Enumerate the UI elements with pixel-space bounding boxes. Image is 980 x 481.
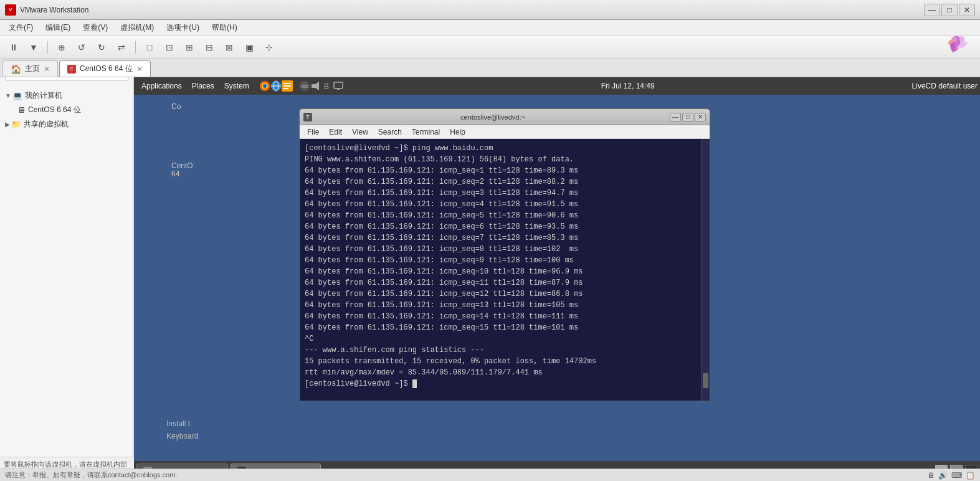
terminal-menu-file[interactable]: File [302, 126, 324, 138]
snapshot-button[interactable]: ↺ [73, 39, 90, 55]
toolbar-separator-1 [47, 41, 48, 54]
terminal-minimize-button[interactable]: — [670, 113, 681, 121]
vmware-icon: V [5, 4, 16, 16]
sidebar-tree: ▼ 💻 我的计算机 🖥 CentOS 6 64 位 ▶ 📁 共享的虚拟机 [0, 86, 133, 134]
view-console[interactable]: ▣ [240, 39, 258, 55]
svg-point-8 [263, 84, 267, 88]
expand-arrow-icon: ▼ [5, 92, 11, 99]
bluetooth-icon[interactable]: B [321, 80, 333, 92]
terminal-menu-view[interactable]: View [347, 126, 373, 138]
terminal-menu-terminal[interactable]: Terminal [407, 126, 445, 138]
gnome-places-menu[interactable]: Places [187, 80, 219, 92]
statusbar-text: 请注意：举报。如有章疑，请联系contact@cnblogs.com. [5, 470, 177, 480]
svg-point-16 [300, 81, 310, 91]
vmware-title: VMware Workstation [20, 6, 924, 14]
svg-text:B: B [324, 82, 329, 91]
scroll-thumb [703, 373, 708, 388]
send-ctrl-alt-del[interactable]: ⊕ [53, 39, 70, 55]
menu-file[interactable]: 文件(F) [2, 21, 39, 35]
terminal-content[interactable]: [centoslive@livedvd ~]$ ping www.baidu.c… [300, 139, 701, 401]
toolbar-separator-2 [135, 41, 136, 54]
maximize-button[interactable]: □ [941, 4, 958, 16]
firefox-icon[interactable] [259, 80, 270, 92]
terminal-scrollbar[interactable] [701, 139, 710, 401]
terminal-titlebar: T centoslive@livedvd:~ — □ ✕ [300, 109, 710, 125]
tab-home-close[interactable]: ✕ [44, 65, 50, 74]
gnome-datetime-text: Fri Jul 12, 14:49 [601, 82, 655, 90]
vmware-titlebar: V VMware Workstation — □ ✕ [0, 0, 980, 20]
svg-rect-17 [302, 85, 308, 86]
close-button[interactable]: ✕ [959, 4, 975, 16]
install-text: Install t [166, 419, 190, 428]
vmware-menubar: 文件(F) 编辑(E) 查看(V) 虚拟机(M) 选项卡(U) 帮助(H) [0, 20, 980, 36]
svg-rect-15 [283, 88, 288, 89]
gnome-datetime: Fri Jul 12, 14:49 [344, 82, 912, 90]
svg-rect-13 [283, 83, 291, 84]
svg-rect-22 [334, 82, 343, 88]
desktop-connect-label: Co [171, 102, 181, 111]
view-more[interactable]: ⊹ [260, 39, 278, 55]
tabs-row: 🏠 主页 ✕ C CentOS 6 64 位 ✕ [0, 59, 980, 77]
system-tray: 🖥 🔊 ⌨ 📋 [927, 471, 975, 480]
gnome-top-panel: Applications Places System B [134, 77, 980, 95]
tab-centos-label: CentOS 6 64 位 [80, 64, 133, 74]
terminal-close-button[interactable]: ✕ [695, 113, 706, 121]
sidebar: 🔍 ▼ ▼ 💻 我的计算机 🖥 CentOS 6 64 位 ▶ 📁 共享的虚拟机… [0, 59, 134, 481]
vm-icon: 🖥 [17, 105, 26, 115]
collapsed-arrow-icon: ▶ [5, 121, 10, 128]
gnome-system-menu[interactable]: System [219, 80, 254, 92]
sidebar-item-centos[interactable]: 🖥 CentOS 6 64 位 [12, 103, 133, 117]
menu-tabs[interactable]: 选项卡(U) [160, 21, 206, 35]
terminal-title-text: centoslive@livedvd:~ [316, 113, 670, 121]
browser-icon[interactable] [270, 80, 282, 92]
centos-desktop-label: CentO [171, 161, 193, 170]
edit-icon[interactable] [282, 80, 293, 92]
terminal-title-icon: T [303, 113, 312, 121]
gnome-user-area: LiveCD default user [912, 82, 978, 90]
view-split[interactable]: ⊡ [161, 39, 178, 55]
tab-home[interactable]: 🏠 主页 ✕ [2, 60, 58, 77]
sidebar-item-shared-vms-label: 共享的虚拟机 [24, 119, 69, 130]
pause-button[interactable]: ⏸ [5, 39, 22, 55]
volume-icon[interactable] [310, 80, 321, 92]
menu-vm[interactable]: 虚拟机(M) [114, 21, 160, 35]
keyboard-text: Keyboard [166, 432, 198, 441]
sidebar-item-centos-label: CentOS 6 64 位 [28, 105, 81, 115]
terminal-window-controls: — □ ✕ [670, 113, 706, 121]
sidebar-item-my-computer-label: 我的计算机 [25, 90, 62, 101]
restore-button[interactable]: ↻ [93, 39, 110, 55]
display-icon[interactable] [333, 80, 344, 92]
vmware-statusbar: 请注意：举报。如有章疑，请联系contact@cnblogs.com. 🖥 🔊 … [0, 469, 980, 481]
tray-icon-4: 📋 [966, 471, 975, 480]
menu-help[interactable]: 帮助(H) [206, 21, 244, 35]
tray-icon-2: 🔊 [938, 471, 948, 480]
play-button[interactable]: ▼ [25, 39, 42, 55]
power-button[interactable]: ⇄ [113, 39, 130, 55]
view-minimize[interactable]: ⊟ [201, 39, 218, 55]
gnome-applications-menu[interactable]: Applications [136, 80, 187, 92]
terminal-maximize-button[interactable]: □ [682, 113, 693, 121]
menu-view[interactable]: 查看(V) [77, 21, 114, 35]
terminal-window: T centoslive@livedvd:~ — □ ✕ File Edit V… [299, 108, 710, 401]
sidebar-item-shared-vms[interactable]: ▶ 📁 共享的虚拟机 [0, 117, 133, 131]
view-grid[interactable]: ⊞ [181, 39, 198, 55]
centos-tab-icon: C [67, 65, 76, 74]
main-content: Applications Places System B [134, 77, 980, 481]
tab-centos-close[interactable]: ✕ [136, 65, 143, 74]
svg-rect-18 [302, 87, 308, 88]
svg-rect-23 [337, 88, 340, 90]
network-icon[interactable] [299, 80, 310, 92]
view-close[interactable]: ⊠ [221, 39, 238, 55]
menu-edit[interactable]: 编辑(E) [39, 21, 77, 35]
svg-rect-19 [312, 84, 315, 88]
tray-icon-3: ⌨ [951, 471, 962, 480]
centos-desktop-label2: 64 [171, 169, 179, 178]
terminal-menu-search[interactable]: Search [373, 126, 407, 138]
tab-centos[interactable]: C CentOS 6 64 位 ✕ [59, 60, 151, 77]
view-full[interactable]: □ [141, 39, 158, 55]
sidebar-item-my-computer[interactable]: ▼ 💻 我的计算机 [0, 88, 133, 103]
svg-rect-14 [283, 85, 291, 87]
terminal-menu-help[interactable]: Help [445, 126, 470, 138]
terminal-menu-edit[interactable]: Edit [324, 126, 347, 138]
minimize-button[interactable]: — [924, 4, 940, 16]
